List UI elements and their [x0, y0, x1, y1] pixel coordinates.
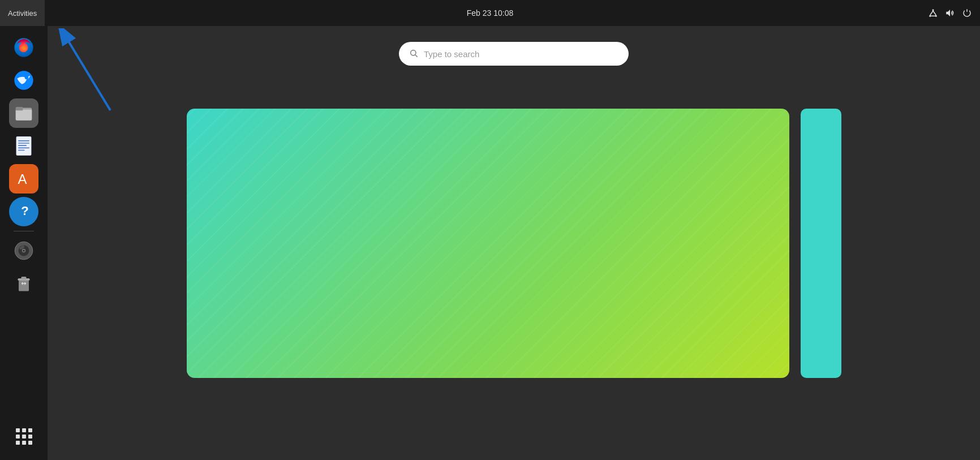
dock-separator	[14, 231, 34, 231]
power-icon[interactable]	[961, 7, 973, 19]
svg-text:A: A	[18, 171, 27, 187]
svg-point-26	[23, 250, 24, 251]
svg-line-3	[930, 11, 933, 15]
network-icon[interactable]	[927, 7, 939, 19]
search-bar	[399, 42, 629, 66]
workspace-thumbnail-main[interactable]	[187, 109, 789, 378]
clock: Feb 23 10:08	[467, 8, 514, 18]
system-tray	[927, 7, 980, 19]
dock-item-appcenter[interactable]: A	[9, 164, 38, 194]
volume-icon[interactable]	[944, 7, 956, 19]
workspace-area	[48, 26, 980, 460]
workspace-thumbnail-secondary[interactable]	[801, 109, 841, 378]
activities-button[interactable]: Activities	[0, 0, 45, 26]
app-grid-button[interactable]	[9, 422, 38, 451]
dock-item-files[interactable]	[9, 98, 38, 128]
svg-rect-18	[18, 148, 29, 149]
svg-rect-11	[16, 110, 32, 121]
dock-item-trash[interactable]	[9, 269, 38, 298]
svg-rect-15	[18, 140, 29, 141]
search-container	[399, 42, 629, 66]
dock: A ?	[0, 26, 48, 460]
svg-point-0	[932, 9, 934, 11]
svg-line-4	[933, 11, 936, 15]
dock-item-thunderbird[interactable]	[9, 66, 38, 95]
search-icon	[409, 49, 418, 59]
svg-rect-17	[18, 145, 27, 146]
svg-marker-6	[946, 10, 950, 16]
svg-rect-28	[19, 280, 29, 291]
search-input[interactable]	[424, 49, 618, 59]
dock-item-disc[interactable]	[9, 236, 38, 265]
grid-dots-icon	[16, 428, 32, 445]
svg-line-32	[415, 55, 418, 57]
svg-point-9	[25, 76, 29, 80]
dock-item-firefox[interactable]	[9, 33, 38, 62]
svg-rect-19	[18, 150, 25, 151]
svg-point-31	[411, 50, 416, 55]
svg-text:?: ?	[21, 204, 29, 218]
dock-item-writer[interactable]	[9, 131, 38, 161]
svg-rect-30	[22, 277, 27, 280]
topbar: Activities Feb 23 10:08	[0, 0, 980, 26]
svg-rect-12	[16, 107, 23, 110]
dock-item-help[interactable]: ?	[9, 197, 38, 226]
svg-rect-16	[18, 143, 29, 144]
